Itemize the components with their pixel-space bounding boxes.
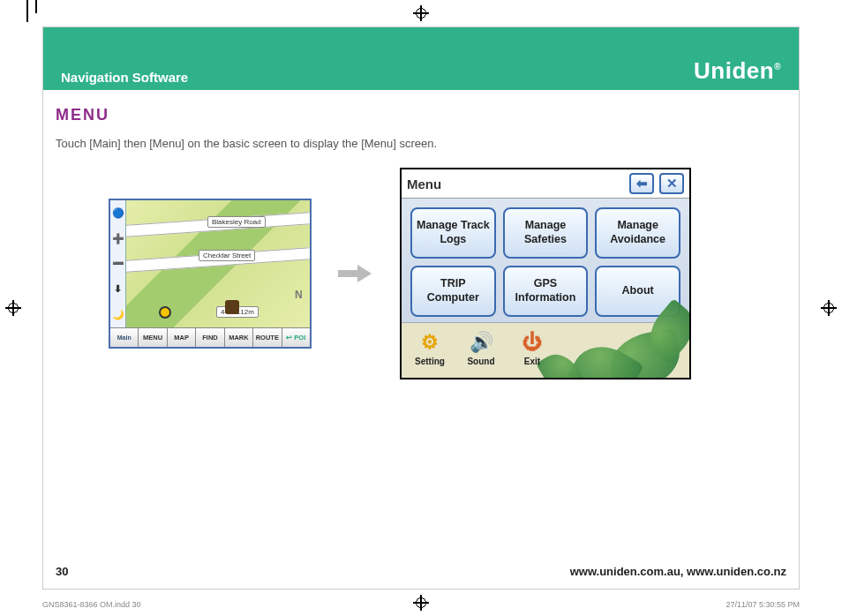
manage-track-logs-button[interactable]: Manage Track Logs [410,207,496,259]
map-button[interactable]: MAP [168,328,196,347]
track-icon[interactable]: 🔵 [112,207,124,219]
menu-button[interactable]: MENU [139,328,167,347]
sound-label: Sound [467,357,494,366]
crop-mark [35,0,37,13]
find-button[interactable]: FIND [196,328,224,347]
manage-safeties-button[interactable]: Manage Safeties [503,207,589,259]
slug-file: GNS8361-8366 OM.indd 30 [42,600,141,609]
content-area: MENU Touch [Main] then [Menu] on the bas… [43,90,799,388]
footer-urls: www.uniden.com.au, www.uniden.co.nz [570,565,786,578]
slug-timestamp: 27/11/07 5:30:55 PM [725,600,800,609]
header-band: Navigation Software Uniden® [43,27,799,90]
exit-label: Exit [524,357,540,366]
vehicle-icon [225,300,239,314]
page-number: 30 [56,565,68,578]
exit-button[interactable]: ⏻ Exit [513,330,552,366]
close-button[interactable]: ✕ [659,173,684,194]
arrow-left-icon: ⬅ [636,176,648,192]
menu-screenshot: Menu ⬅ ✕ Manage Track Logs Manage Safeti… [400,168,691,379]
print-slug: GNS8361-8366 OM.indd 30 27/11/07 5:30:55… [42,600,800,609]
down-arrow-icon[interactable]: ⬇ [114,283,122,295]
crop-mark [26,0,28,22]
road-label: Cheddar Street [199,250,255,261]
intro-text: Touch [Main] then [Menu] on the basic sc… [56,137,786,150]
menu-bottom-bar: ⚙ Setting 🔊 Sound ⏻ Exit [402,323,689,378]
menu-grid: Manage Track Logs Manage Safeties Manage… [402,199,689,323]
compass-icon: N [295,289,305,303]
map-screenshot: Blakesley Road Cheddar Street 44m 112m N… [109,199,312,349]
back-button[interactable]: ⬅ [629,173,654,194]
page: Navigation Software Uniden® MENU Touch [… [42,26,800,590]
figure-row: Blakesley Road Cheddar Street 44m 112m N… [56,168,786,379]
setting-button[interactable]: ⚙ Setting [410,330,449,366]
road-label: Blakesley Road [207,216,266,228]
registration-mark [413,5,429,21]
section-title: Navigation Software [61,70,188,85]
page-footer: 30 www.uniden.com.au, www.uniden.co.nz [56,565,786,578]
map-toolbar: Main MENU MAP FIND MARK ROUTE ↩ POI [110,327,310,347]
route-button[interactable]: ROUTE [253,328,282,347]
brand-logo: Uniden® [694,57,781,85]
zoom-out-icon[interactable]: ➖ [112,258,124,269]
marker-icon [159,306,171,319]
registration-mark [821,300,837,316]
setting-label: Setting [415,357,445,366]
power-icon: ⏻ [520,330,545,355]
close-icon: ✕ [666,176,678,192]
map-sidebar: 🔵 ➕ ➖ ⬇ 🌙 [110,200,126,327]
menu-title: Menu [407,177,624,192]
poi-button[interactable]: ↩ POI [282,328,310,347]
gear-icon: ⚙ [417,330,442,355]
manage-avoidance-button[interactable]: Manage Avoidance [595,207,680,259]
arrow-right-icon [338,265,373,282]
sound-button[interactable]: 🔊 Sound [462,330,500,366]
page-heading: MENU [56,106,786,124]
speaker-icon: 🔊 [469,330,493,355]
main-button[interactable]: Main [110,328,139,347]
night-mode-icon[interactable]: 🌙 [112,309,124,320]
menu-title-bar: Menu ⬅ ✕ [402,169,689,199]
trip-computer-button[interactable]: TRIP Computer [410,266,496,317]
gps-information-button[interactable]: GPS Information [503,266,589,317]
zoom-in-icon[interactable]: ➕ [112,233,124,244]
mark-button[interactable]: MARK [225,328,253,347]
registration-mark [5,300,21,316]
